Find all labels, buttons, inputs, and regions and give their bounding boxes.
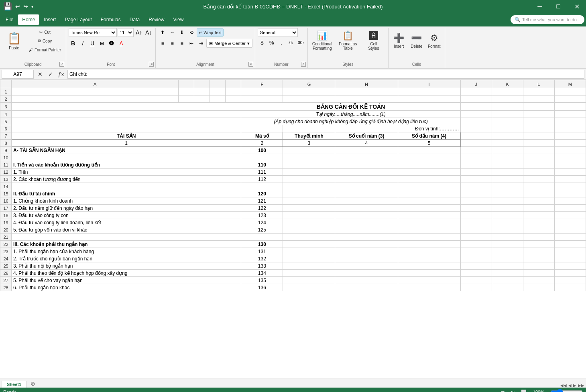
table-cell[interactable]: 133 — [241, 262, 283, 270]
minimize-button[interactable]: ─ — [531, 0, 549, 13]
table-cell[interactable] — [460, 183, 492, 190]
insert-function-button[interactable]: ƒx — [56, 70, 66, 79]
table-cell[interactable]: 120 — [241, 190, 283, 197]
table-cell[interactable] — [460, 241, 492, 248]
row-header[interactable]: 25 — [0, 262, 12, 270]
table-cell[interactable]: 131 — [241, 248, 283, 255]
table-cell[interactable] — [335, 176, 398, 183]
border-button[interactable]: ⊞ — [98, 39, 106, 48]
table-cell[interactable] — [554, 161, 586, 169]
table-cell[interactable] — [460, 212, 492, 219]
table-cell[interactable] — [335, 262, 398, 270]
table-cell[interactable] — [554, 219, 586, 226]
redo-icon[interactable]: ↪ — [23, 3, 28, 10]
table-cell[interactable] — [283, 125, 335, 132]
table-cell[interactable] — [460, 284, 492, 291]
row-header[interactable]: 14 — [0, 183, 12, 190]
row-header[interactable]: 2 — [0, 95, 12, 103]
table-cell[interactable] — [554, 241, 586, 248]
add-sheet-button[interactable]: ⊕ — [27, 380, 39, 388]
table-cell[interactable] — [523, 219, 554, 226]
table-cell[interactable]: 111 — [241, 169, 283, 176]
normal-view-button[interactable]: ▦ — [501, 390, 505, 392]
table-cell[interactable] — [398, 197, 460, 205]
table-cell[interactable]: 124 — [241, 219, 283, 226]
table-cell[interactable] — [492, 140, 523, 147]
font-expand[interactable]: ↗ — [149, 62, 154, 67]
table-cell[interactable] — [398, 190, 460, 197]
table-cell[interactable] — [398, 212, 460, 219]
table-cell[interactable] — [460, 226, 492, 234]
col-header-E[interactable] — [226, 80, 241, 88]
menu-formulas[interactable]: Formulas — [97, 14, 125, 25]
table-cell[interactable] — [460, 132, 492, 140]
table-cell[interactable] — [492, 125, 523, 132]
cancel-formula-button[interactable]: ✕ — [35, 70, 45, 79]
table-cell[interactable] — [210, 88, 226, 95]
menu-data[interactable]: Data — [126, 14, 144, 25]
table-cell[interactable]: II. Đầu tư tài chính — [12, 190, 241, 197]
table-cell[interactable] — [460, 154, 492, 161]
table-cell[interactable] — [335, 95, 398, 103]
table-cell[interactable] — [554, 95, 586, 103]
table-cell[interactable] — [460, 219, 492, 226]
table-cell[interactable]: 134 — [241, 270, 283, 277]
table-cell[interactable] — [492, 190, 523, 197]
num-2[interactable]: 2 — [241, 140, 283, 147]
table-cell[interactable] — [460, 118, 492, 125]
table-cell[interactable] — [523, 103, 554, 111]
table-cell[interactable] — [398, 270, 460, 277]
table-cell[interactable] — [398, 241, 460, 248]
table-cell[interactable] — [554, 118, 586, 125]
table-cell[interactable] — [335, 277, 398, 284]
row-header[interactable]: 21 — [0, 234, 12, 241]
table-cell[interactable] — [335, 169, 398, 176]
scroll-right-button[interactable]: ▶▶ — [578, 383, 584, 388]
table-cell[interactable] — [398, 161, 460, 169]
table-cell[interactable] — [523, 132, 554, 140]
align-left-button[interactable]: ≡ — [158, 39, 167, 48]
unit-cell[interactable]: Đơn vị tính:………… — [335, 125, 460, 132]
underline-button[interactable]: U — [88, 39, 97, 48]
row-header[interactable]: 26 — [0, 270, 12, 277]
currency-button[interactable]: $ — [258, 38, 267, 47]
table-cell[interactable]: 130 — [241, 241, 283, 248]
row-header[interactable]: 18 — [0, 212, 12, 219]
table-cell[interactable]: 135 — [241, 277, 283, 284]
table-cell[interactable] — [492, 248, 523, 255]
table-cell[interactable] — [492, 226, 523, 234]
table-cell[interactable] — [398, 88, 460, 95]
row-header[interactable]: 6 — [0, 125, 12, 132]
table-cell[interactable] — [12, 234, 241, 241]
delete-button[interactable]: ➖ Delete — [409, 28, 425, 53]
table-cell[interactable] — [460, 111, 492, 118]
align-bottom-button[interactable]: ⬇ — [177, 28, 186, 37]
table-cell[interactable] — [460, 169, 492, 176]
table-cell[interactable] — [335, 234, 398, 241]
table-cell[interactable] — [523, 205, 554, 212]
num-4[interactable]: 4 — [335, 140, 398, 147]
row-header[interactable]: 8 — [0, 140, 12, 147]
table-cell[interactable] — [398, 169, 460, 176]
table-cell[interactable]: 2. Các khoản tương đương tiền — [12, 176, 241, 183]
table-cell[interactable] — [398, 205, 460, 212]
table-cell[interactable] — [492, 176, 523, 183]
row-header[interactable]: 27 — [0, 277, 12, 284]
table-cell[interactable] — [523, 234, 554, 241]
row-header[interactable]: 10 — [0, 154, 12, 161]
table-cell[interactable] — [492, 197, 523, 205]
fill-color-button[interactable]: 🅐 — [107, 39, 116, 48]
table-cell[interactable] — [523, 111, 554, 118]
table-cell[interactable] — [179, 88, 194, 95]
align-top-button[interactable]: ⬆ — [158, 28, 167, 37]
table-cell[interactable]: 3. Đầu tư vào công ty con — [12, 212, 241, 219]
table-cell[interactable] — [241, 125, 283, 132]
table-cell[interactable] — [241, 183, 283, 190]
indent-left-button[interactable]: ⇤ — [187, 39, 196, 48]
table-cell[interactable] — [335, 147, 398, 154]
table-cell[interactable] — [283, 147, 335, 154]
table-cell[interactable] — [523, 169, 554, 176]
table-cell[interactable]: 123 — [241, 212, 283, 219]
table-cell[interactable] — [460, 88, 492, 95]
table-cell[interactable] — [398, 226, 460, 234]
